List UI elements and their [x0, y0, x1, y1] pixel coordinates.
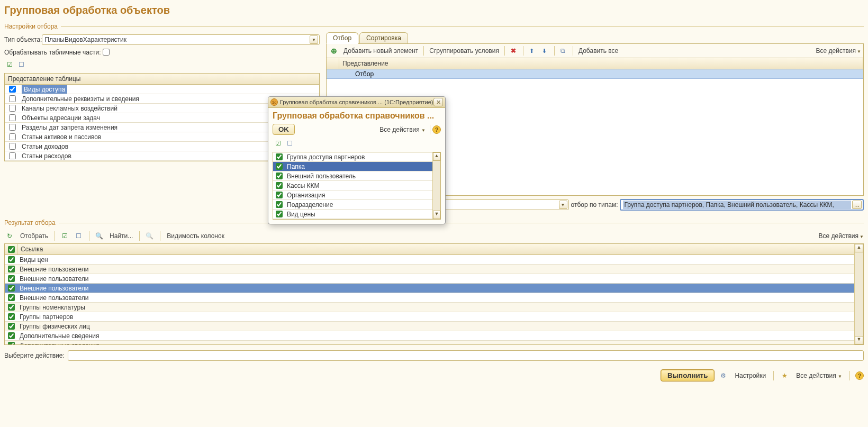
check-all-icon[interactable]: ☑	[273, 138, 283, 149]
column-visibility-button[interactable]: Видимость колонок	[165, 231, 227, 241]
dropdown-icon[interactable]: ▼	[310, 35, 318, 44]
type-list-row[interactable]: Организация	[273, 190, 440, 200]
ellipsis-icon[interactable]: …	[852, 201, 862, 209]
row-checkbox[interactable]	[5, 302, 17, 312]
move-down-icon[interactable]: ⬇	[539, 46, 550, 56]
delete-icon[interactable]: ✖	[508, 46, 519, 56]
filter-grid-col-repr[interactable]: Представление	[339, 58, 863, 69]
add-icon[interactable]: ⊕	[329, 46, 339, 56]
all-actions-button[interactable]: Все действия▼	[816, 47, 861, 54]
scrollbar[interactable]: ▲ ▼	[432, 152, 440, 219]
tree-icon[interactable]: ⧉	[558, 46, 568, 56]
search-icon[interactable]: 🔍	[94, 231, 104, 241]
row-checkbox[interactable]	[5, 122, 20, 132]
favorite-icon[interactable]: ★	[779, 370, 790, 381]
row-checkbox[interactable]	[5, 151, 20, 161]
check-all-icon[interactable]: ☑	[59, 231, 70, 241]
result-row[interactable]: Группы номенклатуры	[5, 303, 863, 312]
row-checkbox[interactable]	[273, 171, 285, 181]
close-icon[interactable]: ✕	[433, 98, 443, 106]
scroll-up-icon[interactable]: ▲	[433, 152, 440, 161]
select-button[interactable]: Отобрать	[18, 231, 50, 241]
type-list-row[interactable]: Вид цены	[273, 210, 440, 219]
help-icon[interactable]: ?	[855, 371, 864, 380]
result-row[interactable]: Дополнительные сведения	[5, 341, 863, 345]
row-checkbox[interactable]	[5, 312, 17, 322]
type-list-row[interactable]: Группа доступа партнеров	[273, 152, 440, 162]
type-list-row[interactable]: Подразделение	[273, 200, 440, 210]
uncheck-all-icon[interactable]: ☐	[73, 231, 84, 241]
row-checkbox[interactable]	[5, 94, 20, 104]
tabular-parts-checkbox[interactable]	[103, 49, 110, 56]
row-checkbox[interactable]	[273, 190, 285, 200]
choose-action-input[interactable]	[68, 350, 864, 361]
row-checkbox[interactable]	[273, 209, 285, 219]
uncheck-all-icon[interactable]: ☐	[284, 138, 295, 149]
find-button[interactable]: Найти...	[107, 231, 135, 241]
result-grid-check-header[interactable]	[5, 244, 17, 255]
row-checkbox[interactable]	[273, 180, 285, 190]
row-checkbox[interactable]	[5, 141, 20, 151]
dialog-title-bar[interactable]: 1c Групповая обработка справочников ... …	[268, 97, 445, 108]
scroll-up-icon[interactable]: ▲	[855, 244, 863, 252]
result-row[interactable]: Внешние пользователи	[5, 265, 863, 274]
all-actions-button[interactable]: Все действия▼	[819, 232, 864, 240]
row-label: Организация	[285, 192, 325, 199]
separator	[573, 46, 573, 56]
row-checkbox[interactable]	[5, 264, 17, 274]
settings-group-label: Настройки отбора	[4, 23, 58, 30]
row-checkbox[interactable]	[5, 340, 17, 345]
settings-icon[interactable]: ⚙	[718, 370, 728, 381]
add-all-button[interactable]: Добавить все	[576, 46, 620, 56]
result-row[interactable]: Внешние пользователи	[5, 284, 863, 293]
scroll-down-icon[interactable]: ▼	[433, 211, 440, 219]
row-checkbox[interactable]	[5, 321, 17, 331]
tab-filter[interactable]: Отбор	[326, 32, 358, 44]
clear-search-icon[interactable]: 🔍	[144, 231, 155, 241]
refresh-icon[interactable]: ↻	[4, 231, 15, 241]
row-checkbox[interactable]	[5, 283, 17, 293]
all-actions-button[interactable]: Все действия ▼	[794, 371, 844, 380]
type-list-row[interactable]: Кассы ККМ	[273, 181, 440, 190]
row-checkbox[interactable]	[5, 113, 20, 123]
uncheck-all-icon[interactable]: ☐	[16, 59, 26, 70]
row-checkbox[interactable]	[5, 103, 20, 113]
row-checkbox[interactable]	[5, 331, 17, 341]
result-row[interactable]: Группы партнеров	[5, 312, 863, 322]
table-row[interactable]: Виды доступа	[5, 85, 319, 94]
type-filter-input[interactable]: Группа доступа партнеров, Папка, Внешний…	[620, 199, 864, 211]
row-checkbox[interactable]	[5, 293, 17, 303]
tab-sort[interactable]: Сортировка	[359, 32, 408, 43]
dropdown-icon[interactable]: ▼	[559, 201, 567, 209]
type-list-row[interactable]: Внешний пользователь	[273, 171, 440, 181]
filter-row[interactable]: Отбор	[327, 69, 863, 79]
scroll-down-icon[interactable]: ▼	[855, 336, 863, 344]
choose-action-label: Выберите действие:	[4, 352, 65, 359]
row-checkbox[interactable]	[5, 274, 17, 284]
execute-button[interactable]: Выполнить	[661, 369, 715, 381]
all-actions-button[interactable]: Все действия ▼	[377, 125, 428, 134]
result-row[interactable]: Группы физических лиц	[5, 322, 863, 331]
ok-button[interactable]: OK	[273, 124, 295, 135]
result-row[interactable]: Внешние пользователи	[5, 293, 863, 303]
row-checkbox[interactable]	[273, 152, 285, 162]
check-all-icon[interactable]: ☑	[4, 59, 15, 70]
add-element-button[interactable]: Добавить новый элемент	[341, 46, 420, 56]
result-row[interactable]: Виды цен	[5, 255, 863, 265]
group-conditions-button[interactable]: Сгруппировать условия	[427, 46, 501, 56]
move-up-icon[interactable]: ⬆	[527, 46, 537, 56]
row-checkbox[interactable]	[5, 132, 20, 142]
help-icon[interactable]: ?	[432, 125, 441, 134]
row-checkbox[interactable]	[273, 161, 285, 171]
tables-list-header: Представление таблицы	[5, 74, 319, 85]
row-checkbox[interactable]	[273, 199, 285, 210]
row-checkbox[interactable]	[5, 255, 17, 265]
type-list-row[interactable]: Папка	[273, 162, 440, 171]
scrollbar[interactable]: ▲ ▼	[854, 244, 863, 344]
result-row[interactable]: Дополнительные сведения	[5, 331, 863, 341]
row-checkbox[interactable]	[5, 84, 20, 94]
settings-button[interactable]: Настройки	[733, 371, 768, 380]
result-row[interactable]: Внешние пользователи	[5, 274, 863, 284]
object-type-select[interactable]: ПланыВидовХарактеристик ▼	[42, 34, 320, 45]
result-grid-col-link[interactable]: Ссылка	[17, 244, 863, 255]
